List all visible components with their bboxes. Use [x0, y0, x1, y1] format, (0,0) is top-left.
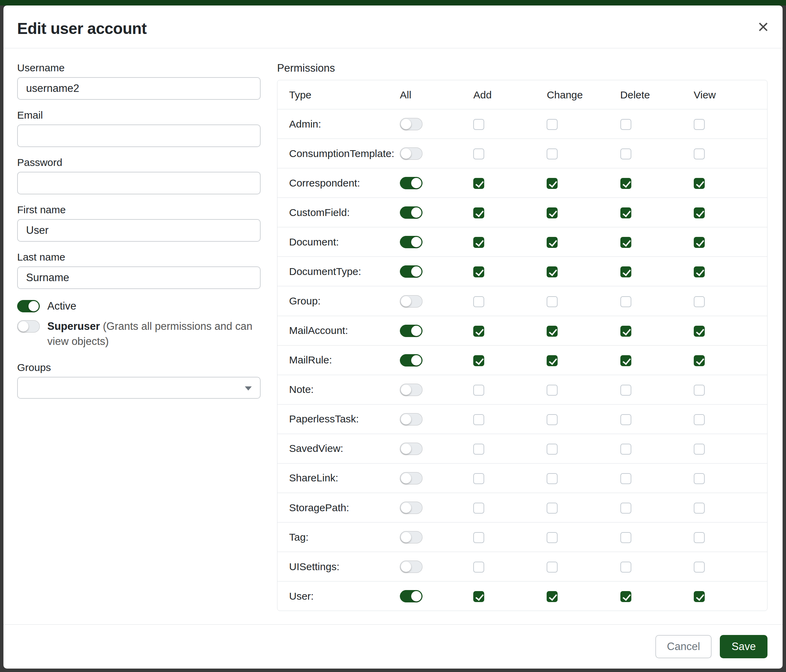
permission-checkbox-delete[interactable] — [620, 532, 631, 543]
permission-checkbox-view[interactable] — [694, 207, 705, 218]
permission-checkbox-add[interactable] — [473, 326, 484, 337]
permission-toggle-all[interactable] — [400, 443, 423, 455]
permission-checkbox-view[interactable] — [694, 591, 705, 602]
superuser-toggle[interactable] — [17, 320, 40, 333]
permission-checkbox-delete[interactable] — [620, 562, 631, 573]
permission-checkbox-delete[interactable] — [620, 355, 631, 366]
active-toggle[interactable] — [17, 300, 40, 312]
permission-checkbox-add[interactable] — [473, 591, 484, 602]
permission-toggle-all[interactable] — [400, 148, 423, 160]
permission-checkbox-delete[interactable] — [620, 237, 631, 248]
permission-checkbox-change[interactable] — [547, 414, 558, 425]
permission-checkbox-add[interactable] — [473, 532, 484, 543]
permission-toggle-all[interactable] — [400, 206, 423, 219]
permission-checkbox-add[interactable] — [473, 266, 484, 277]
permission-checkbox-change[interactable] — [547, 119, 558, 130]
permission-checkbox-add[interactable] — [473, 502, 484, 513]
permission-checkbox-delete[interactable] — [620, 502, 631, 513]
permission-checkbox-add[interactable] — [473, 178, 484, 189]
permission-checkbox-delete[interactable] — [620, 119, 631, 130]
permission-checkbox-view[interactable] — [694, 148, 705, 159]
permission-toggle-all[interactable] — [400, 590, 423, 602]
permission-type-label: Group: — [277, 286, 400, 316]
permission-checkbox-delete[interactable] — [620, 178, 631, 189]
permission-checkbox-add[interactable] — [473, 296, 484, 307]
first-name-input[interactable] — [17, 219, 261, 242]
toggle-knob — [401, 148, 411, 159]
permission-checkbox-delete[interactable] — [620, 385, 631, 396]
permission-checkbox-delete[interactable] — [620, 266, 631, 277]
permission-checkbox-delete[interactable] — [620, 444, 631, 455]
permission-checkbox-add[interactable] — [473, 473, 484, 484]
permission-type-label: User: — [277, 581, 400, 611]
password-input[interactable] — [17, 172, 261, 195]
last-name-input[interactable] — [17, 266, 261, 289]
permission-checkbox-add[interactable] — [473, 562, 484, 573]
permission-checkbox-change[interactable] — [547, 207, 558, 218]
permission-checkbox-add[interactable] — [473, 237, 484, 248]
permission-checkbox-view[interactable] — [694, 326, 705, 337]
permission-checkbox-add[interactable] — [473, 119, 484, 130]
permission-checkbox-change[interactable] — [547, 148, 558, 159]
permission-checkbox-view[interactable] — [694, 414, 705, 425]
permission-checkbox-change[interactable] — [547, 266, 558, 277]
permission-checkbox-change[interactable] — [547, 562, 558, 573]
permission-checkbox-view[interactable] — [694, 444, 705, 455]
permission-toggle-all[interactable] — [400, 118, 423, 130]
permission-checkbox-delete[interactable] — [620, 326, 631, 337]
permission-checkbox-change[interactable] — [547, 355, 558, 366]
permission-checkbox-delete[interactable] — [620, 148, 631, 159]
permission-toggle-all[interactable] — [400, 177, 423, 189]
permission-toggle-all[interactable] — [400, 561, 423, 573]
save-button[interactable]: Save — [720, 635, 767, 658]
permission-checkbox-add[interactable] — [473, 207, 484, 218]
permission-checkbox-delete[interactable] — [620, 473, 631, 484]
permission-toggle-all[interactable] — [400, 413, 423, 425]
permission-checkbox-delete[interactable] — [620, 591, 631, 602]
permission-checkbox-delete[interactable] — [620, 296, 631, 307]
permission-checkbox-add[interactable] — [473, 385, 484, 396]
permission-toggle-all[interactable] — [400, 295, 423, 308]
permission-toggle-all[interactable] — [400, 472, 423, 484]
permission-toggle-all[interactable] — [400, 384, 423, 396]
permission-checkbox-view[interactable] — [694, 355, 705, 366]
permission-checkbox-change[interactable] — [547, 385, 558, 396]
close-icon[interactable]: × — [758, 17, 769, 36]
permission-checkbox-change[interactable] — [547, 591, 558, 602]
permission-checkbox-view[interactable] — [694, 237, 705, 248]
permission-checkbox-change[interactable] — [547, 473, 558, 484]
permission-checkbox-view[interactable] — [694, 473, 705, 484]
permission-checkbox-change[interactable] — [547, 444, 558, 455]
permission-checkbox-view[interactable] — [694, 385, 705, 396]
superuser-label-block: Superuser (Grants all permissions and ca… — [47, 319, 261, 349]
permission-checkbox-view[interactable] — [694, 266, 705, 277]
permission-checkbox-change[interactable] — [547, 326, 558, 337]
permission-toggle-all[interactable] — [400, 265, 423, 278]
username-input[interactable] — [17, 77, 261, 100]
permission-toggle-all[interactable] — [400, 502, 423, 514]
permission-toggle-all[interactable] — [400, 236, 423, 248]
permission-toggle-all[interactable] — [400, 531, 423, 543]
cancel-button[interactable]: Cancel — [656, 635, 712, 658]
permission-checkbox-change[interactable] — [547, 532, 558, 543]
permission-checkbox-change[interactable] — [547, 237, 558, 248]
permission-checkbox-add[interactable] — [473, 355, 484, 366]
permission-checkbox-change[interactable] — [547, 296, 558, 307]
permission-checkbox-view[interactable] — [694, 502, 705, 513]
permission-checkbox-view[interactable] — [694, 178, 705, 189]
permission-checkbox-delete[interactable] — [620, 414, 631, 425]
permission-checkbox-change[interactable] — [547, 178, 558, 189]
permission-checkbox-view[interactable] — [694, 119, 705, 130]
permission-checkbox-view[interactable] — [694, 562, 705, 573]
permission-checkbox-add[interactable] — [473, 444, 484, 455]
permission-checkbox-view[interactable] — [694, 296, 705, 307]
email-input[interactable] — [17, 124, 261, 147]
permission-toggle-all[interactable] — [400, 325, 423, 337]
permission-checkbox-add[interactable] — [473, 148, 484, 159]
permission-checkbox-change[interactable] — [547, 502, 558, 513]
permission-checkbox-add[interactable] — [473, 414, 484, 425]
permission-checkbox-delete[interactable] — [620, 207, 631, 218]
permission-toggle-all[interactable] — [400, 354, 423, 366]
permission-checkbox-view[interactable] — [694, 532, 705, 543]
groups-select[interactable] — [17, 377, 261, 399]
